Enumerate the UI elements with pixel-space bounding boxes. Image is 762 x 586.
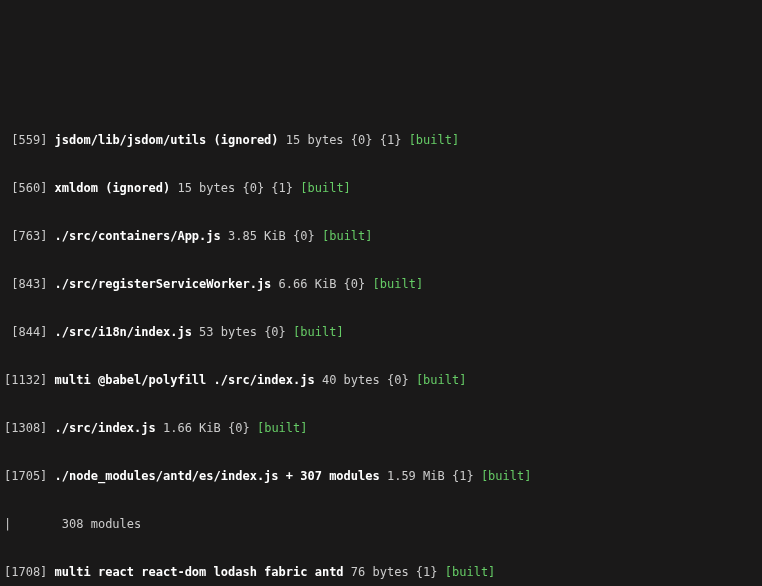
module-row: [1308] ./src/index.js 1.66 KiB {0} [buil… <box>4 420 758 436</box>
module-row: [844] ./src/i18n/index.js 53 bytes {0} [… <box>4 324 758 340</box>
module-row: [763] ./src/containers/App.js 3.85 KiB {… <box>4 228 758 244</box>
module-row: [1708] multi react react-dom lodash fabr… <box>4 564 758 580</box>
module-row: [843] ./src/registerServiceWorker.js 6.6… <box>4 276 758 292</box>
module-row: [1705] ./node_modules/antd/es/index.js +… <box>4 468 758 484</box>
module-row: [560] xmldom (ignored) 15 bytes {0} {1} … <box>4 180 758 196</box>
module-row: [559] jsdom/lib/jsdom/utils (ignored) 15… <box>4 132 758 148</box>
module-extra: | 308 modules <box>4 516 758 532</box>
module-row: [1132] multi @babel/polyfill ./src/index… <box>4 372 758 388</box>
terminal-output: [559] jsdom/lib/jsdom/utils (ignored) 15… <box>4 68 758 586</box>
module-list: [559] jsdom/lib/jsdom/utils (ignored) 15… <box>4 100 758 586</box>
